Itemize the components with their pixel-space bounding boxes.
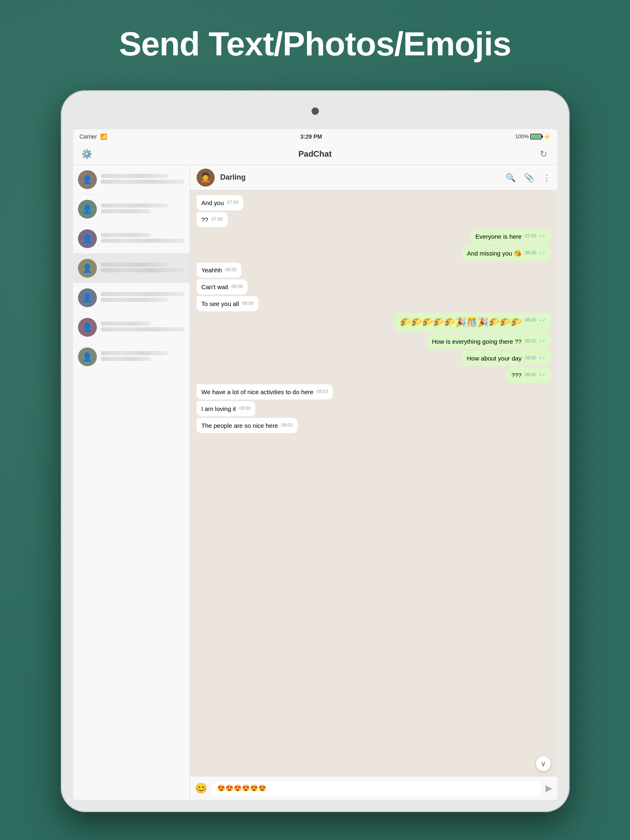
message-bubble: Everyone is here 07:59 ✓✓ <box>470 229 550 244</box>
message-text: The people are so nice here <box>202 422 278 429</box>
message-bubble: And missing you 😘 08:00 ✓✓ <box>462 246 551 261</box>
avatar: 👤 <box>78 288 97 307</box>
app-header: ⚙️ PadChat ↻ <box>73 144 557 165</box>
message-text: Yeahhh <box>202 267 222 274</box>
message-text: To see you all <box>202 300 239 307</box>
camera <box>312 107 319 115</box>
message-bubble: And you 07:59 <box>197 195 244 210</box>
status-right: 100% ⚡ <box>515 133 550 140</box>
ipad-screen: Carrier 📶 3:29 PM 100% ⚡ ⚙️ PadChat ↻ <box>73 129 557 800</box>
scroll-down-button[interactable]: ∨ <box>536 756 551 771</box>
avatar: 👤 <box>78 200 97 219</box>
contact-name: Darling <box>220 173 500 182</box>
app-title: PadChat <box>94 149 536 159</box>
avatar: 👤 <box>78 229 97 248</box>
chat-header: 🧑‍🦱 Darling 🔍 📎 ⋮ <box>190 165 557 190</box>
message-time: 08:00 ✓✓ <box>525 317 546 323</box>
settings-icon[interactable]: ⚙️ <box>80 149 94 160</box>
message-time: 08:03 <box>281 422 293 428</box>
send-button[interactable]: ▶ <box>545 783 552 794</box>
message-text: And you <box>202 199 224 206</box>
message-bubble: How is everything going there ?? 08:02 ✓… <box>427 334 550 349</box>
emoji-button[interactable]: 😊 <box>195 783 207 794</box>
list-item[interactable]: 👤 <box>73 342 190 372</box>
search-icon[interactable]: 🔍 <box>506 173 516 183</box>
message-text: 🌮🌮🌮🌮🌮🎉🎊🎉🌮🌮🌮 <box>400 317 522 327</box>
ipad-frame: Carrier 📶 3:29 PM 100% ⚡ ⚙️ PadChat ↻ <box>61 90 570 812</box>
message-bubble: We have a lot of nice activities to do h… <box>197 384 333 399</box>
message-bubble: Can't wait 08:00 <box>197 279 248 294</box>
main-content: 👤 👤 👤 <box>73 165 557 800</box>
message-bubble: How about your day 08:02 ✓✓ <box>462 351 550 366</box>
list-item[interactable]: 👤 <box>73 283 190 313</box>
message-time: 07:59 <box>227 199 239 205</box>
message-bubble: ?? 07:59 <box>197 212 228 227</box>
avatar: 👤 <box>78 347 97 366</box>
messages-area: And you 07:59 ?? 07:59 Everyone is here … <box>190 190 557 776</box>
more-options-icon[interactable]: ⋮ <box>543 173 551 183</box>
chat-header-icons: 🔍 📎 ⋮ <box>506 173 551 183</box>
avatar: 👤 <box>78 318 97 337</box>
page-title: Send Text/Photos/Emojis <box>0 0 630 80</box>
message-time: 08:03 <box>317 388 328 395</box>
status-time: 3:29 PM <box>300 133 322 140</box>
list-item[interactable]: 👤 <box>73 165 190 194</box>
input-area: 😊 😍😍😍😍😍😍 ▶ <box>190 776 557 800</box>
sidebar: 👤 👤 👤 <box>73 165 190 800</box>
message-text: Can't wait <box>202 283 228 290</box>
charging-icon: ⚡ <box>543 133 550 140</box>
attachment-icon[interactable]: 📎 <box>524 173 534 183</box>
message-bubble: Yeahhh 08:00 <box>197 262 242 278</box>
message-bubble: ??? 08:02 ✓✓ <box>506 368 551 383</box>
message-bubble: The people are so nice here 08:03 <box>197 418 298 433</box>
message-text: We have a lot of nice activities to do h… <box>202 388 314 395</box>
message-text: I am loving it <box>202 405 236 412</box>
contact-avatar: 🧑‍🦱 <box>197 169 215 187</box>
message-time: 08:00 <box>231 283 243 290</box>
carrier-label: Carrier <box>80 133 97 140</box>
message-input[interactable]: 😍😍😍😍😍😍 <box>211 781 541 796</box>
status-bar: Carrier 📶 3:29 PM 100% ⚡ <box>73 129 557 144</box>
list-item[interactable]: 👤 <box>73 224 190 253</box>
message-time: 07:59 ✓✓ <box>525 233 546 239</box>
message-time: 08:00 ✓✓ <box>525 250 546 256</box>
message-input-text: 😍😍😍😍😍😍 <box>217 784 266 792</box>
message-time: 08:02 ✓✓ <box>525 372 546 378</box>
message-text: ??? <box>511 372 522 379</box>
message-bubble: To see you all 08:00 <box>197 296 259 311</box>
message-text: And missing you 😘 <box>467 250 522 257</box>
list-item[interactable]: 👤 <box>73 313 190 342</box>
refresh-icon[interactable]: ↻ <box>536 149 551 160</box>
status-left: Carrier 📶 <box>80 133 108 140</box>
message-text: How about your day <box>467 355 521 362</box>
battery-icon <box>530 134 542 139</box>
message-bubble: 🌮🌮🌮🌮🌮🎉🎊🎉🌮🌮🌮 08:00 ✓✓ <box>395 313 551 332</box>
message-text: ?? <box>202 216 208 223</box>
chat-panel: 🧑‍🦱 Darling 🔍 📎 ⋮ And you 07:59 <box>190 165 557 800</box>
message-time: 08:00 <box>242 300 254 306</box>
avatar: 👤 <box>78 170 97 189</box>
message-time: 08:02 ✓✓ <box>525 338 546 344</box>
message-text: How is everything going there ?? <box>432 338 521 345</box>
list-item[interactable]: 👤 <box>73 253 190 283</box>
message-text: Everyone is here <box>475 233 522 240</box>
battery-percent: 100% <box>515 133 529 139</box>
avatar: 👤 <box>78 259 97 278</box>
message-time: 08:03 <box>239 405 251 411</box>
message-time: 08:02 ✓✓ <box>525 355 546 361</box>
message-time: 07:59 <box>211 216 223 222</box>
message-time: 08:00 <box>225 267 237 273</box>
wifi-icon: 📶 <box>100 133 107 140</box>
list-item[interactable]: 👤 <box>73 194 190 224</box>
message-bubble: I am loving it 08:03 <box>197 401 256 416</box>
